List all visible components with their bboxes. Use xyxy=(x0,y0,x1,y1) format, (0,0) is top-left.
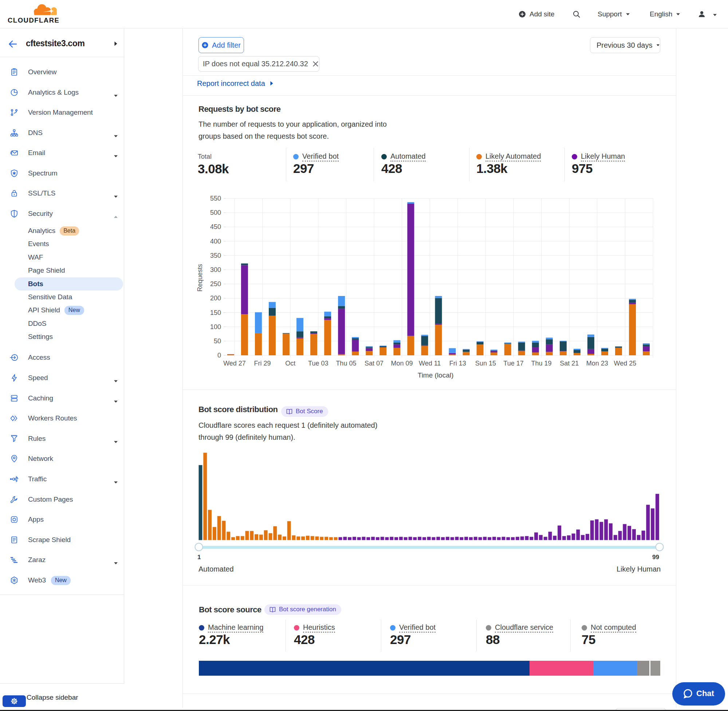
svg-text:100: 100 xyxy=(210,323,221,330)
svg-text:Mon 23: Mon 23 xyxy=(586,360,608,367)
svg-text:350: 350 xyxy=(210,252,221,259)
svg-text:400: 400 xyxy=(210,238,221,245)
svg-text:Thu 05: Thu 05 xyxy=(336,360,356,367)
svg-text:Time (local): Time (local) xyxy=(418,371,454,379)
svg-text:Fri 29: Fri 29 xyxy=(254,360,271,367)
svg-text:50: 50 xyxy=(214,338,221,345)
svg-text:550: 550 xyxy=(210,195,221,202)
svg-text:Sun 15: Sun 15 xyxy=(475,360,496,367)
svg-text:Tue 17: Tue 17 xyxy=(503,360,523,367)
svg-text:Mon 09: Mon 09 xyxy=(391,360,413,367)
svg-text:Wed 27: Wed 27 xyxy=(223,360,246,367)
svg-text:150: 150 xyxy=(210,309,221,316)
svg-text:Requests: Requests xyxy=(196,264,204,292)
svg-text:300: 300 xyxy=(210,266,221,273)
svg-text:Oct: Oct xyxy=(285,360,295,367)
svg-text:Sat 21: Sat 21 xyxy=(560,360,579,367)
svg-text:500: 500 xyxy=(210,209,221,216)
svg-text:0: 0 xyxy=(217,352,221,359)
svg-text:Fri 13: Fri 13 xyxy=(449,360,466,367)
svg-text:250: 250 xyxy=(210,280,221,288)
svg-text:Thu 19: Thu 19 xyxy=(532,360,552,367)
svg-text:Sat 07: Sat 07 xyxy=(365,360,384,367)
svg-text:450: 450 xyxy=(210,223,221,230)
svg-text:Wed 11: Wed 11 xyxy=(419,360,441,367)
svg-text:200: 200 xyxy=(210,295,221,302)
svg-text:Tue 03: Tue 03 xyxy=(308,360,328,367)
svg-text:Wed 25: Wed 25 xyxy=(614,360,636,367)
